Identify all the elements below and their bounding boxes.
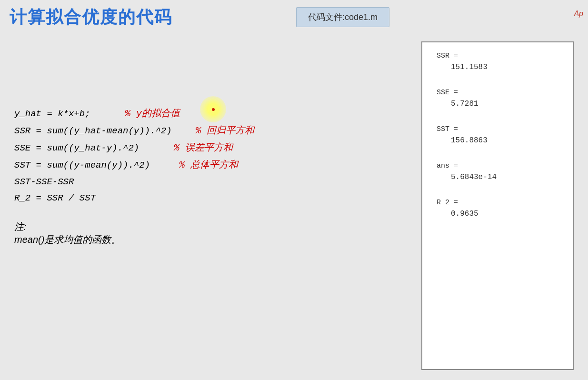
code-text-5: SST-SSE-SSR: [14, 174, 74, 190]
note-section: 注: mean()是求均值的函数。: [14, 220, 417, 246]
file-badge: 代码文件:code1.m: [296, 7, 389, 27]
code-text-2: SSR = sum((y_hat-mean(y)).^2): [14, 123, 193, 139]
comment-4: % 总体平方和: [179, 157, 238, 173]
code-line-5: SST-SSE-SSR: [14, 174, 417, 190]
note-title: 注:: [14, 220, 417, 233]
code-line-1: y_hat = k*x+b; % y的拟合值: [14, 106, 417, 122]
note-body: mean()是求均值的函数。: [14, 233, 417, 246]
output-var-sse: SSE = 5.7281: [437, 89, 558, 108]
code-area: y_hat = k*x+b; % y的拟合值 SSR = sum((y_hat-…: [10, 39, 421, 375]
comment-2: % 回归平方和: [195, 123, 254, 139]
code-line-4: SST = sum((y-mean(y)).^2) % 总体平方和: [14, 157, 417, 173]
code-line-6: R_2 = SSR / SST: [14, 190, 417, 206]
code-text-3: SSE = sum((y_hat-y).^2): [14, 140, 172, 156]
code-line-3: SSE = sum((y_hat-y).^2) % 误差平方和: [14, 140, 417, 156]
output-label-sst: SST =: [437, 125, 558, 133]
output-value-ans: 5.6843e-14: [437, 173, 558, 181]
page-title: 计算拟合优度的代码: [10, 6, 172, 29]
output-var-ans: ans = 5.6843e-14: [437, 162, 558, 181]
output-var-r2: R_2 = 0.9635: [437, 199, 558, 218]
code-text-1: y_hat = k*x+b;: [14, 106, 123, 121]
output-var-sst: SST = 156.8863: [437, 125, 558, 145]
code-text-4: SST = sum((y-mean(y)).^2): [14, 158, 177, 173]
code-text-6: R_2 = SSR / SST: [14, 190, 96, 206]
output-value-r2: 0.9635: [437, 210, 558, 218]
comment-3: % 误差平方和: [174, 140, 233, 156]
output-value-sst: 156.8863: [437, 136, 558, 145]
output-label-ssr: SSR =: [437, 52, 558, 60]
output-label-r2: R_2 =: [437, 199, 558, 207]
app-label: Ap: [574, 10, 583, 18]
main-content: y_hat = k*x+b; % y的拟合值 SSR = sum((y_hat-…: [0, 34, 588, 380]
header: 计算拟合优度的代码 代码文件:code1.m Ap: [0, 0, 588, 34]
output-label-sse: SSE =: [437, 89, 558, 97]
output-value-sse: 5.7281: [437, 100, 558, 108]
code-line-2: SSR = sum((y_hat-mean(y)).^2) % 回归平方和: [14, 123, 417, 139]
comment-1: % y的拟合值: [125, 106, 180, 122]
output-var-ssr: SSR = 151.1583: [437, 52, 558, 71]
output-label-ans: ans =: [437, 162, 558, 170]
page-container: 计算拟合优度的代码 代码文件:code1.m Ap y_hat = k*x+b;…: [0, 0, 588, 380]
code-block: y_hat = k*x+b; % y的拟合值 SSR = sum((y_hat-…: [14, 106, 417, 206]
output-value-ssr: 151.1583: [437, 63, 558, 71]
output-panel: SSR = 151.1583 SSE = 5.7281 SST = 156.88…: [421, 41, 574, 370]
